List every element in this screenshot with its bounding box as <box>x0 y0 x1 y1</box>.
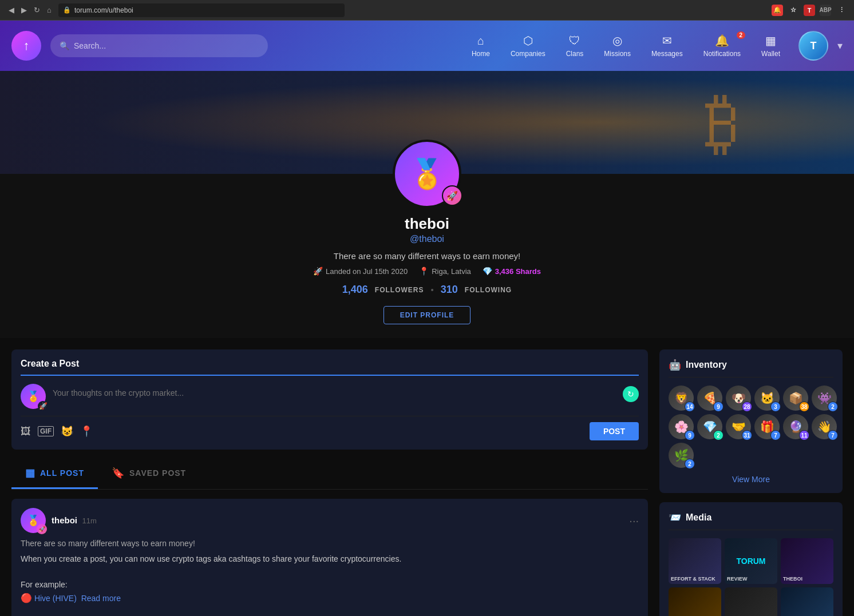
address-bar[interactable]: 🔒 torum.com/u/theboi <box>58 3 345 17</box>
browser-right-controls: 🔔 ☆ T ABP ⋮ <box>772 5 847 16</box>
inv-item-2[interactable]: 🐶28 <box>726 386 751 411</box>
saved-post-icon: 🔖 <box>112 467 125 479</box>
left-column: Create a Post 🏅 ↻ 🖼 GIF 😺 📍 POST <box>11 349 648 616</box>
inv-item-6[interactable]: 🌸9 <box>669 414 694 439</box>
nav-items: ⌂ Home ⬡ Companies 🛡 Clans ◎ Missions ✉ … <box>462 29 789 62</box>
inv-badge-6: 9 <box>685 430 695 440</box>
ext-icon-3[interactable]: ABP <box>820 5 831 16</box>
media-thumb-1[interactable]: TORUM REVIEW <box>725 538 777 584</box>
media-grid: EFFORT & STACK TORUM REVIEW theboi MOTIV… <box>669 538 833 616</box>
inv-item-12[interactable]: 🌿2 <box>669 443 694 468</box>
read-more-link[interactable]: Read more <box>81 594 121 603</box>
forward-button[interactable]: ▶ <box>19 6 29 15</box>
media-thumb-0[interactable]: EFFORT & STACK <box>669 538 721 584</box>
post-refresh-button[interactable]: ↻ <box>623 386 639 402</box>
hive-icon: 🔴 <box>21 593 32 603</box>
media-thumb-2[interactable]: theboi <box>781 538 833 584</box>
inv-item-5[interactable]: 👾2 <box>812 386 837 411</box>
inventory-icon: 🤖 <box>669 359 681 371</box>
post-body-text1: When you create a post, you can now use … <box>21 553 639 565</box>
post-tabs: ▦ ALL POST 🔖 SAVED POST <box>11 459 648 490</box>
avatar-initials: T <box>810 40 817 52</box>
post-tag[interactable]: Hive (HIVE) <box>34 594 77 603</box>
inv-item-4[interactable]: 📦38 <box>783 386 808 411</box>
post-body-tag-line: 🔴 Hive (HIVE) Read more <box>21 591 639 606</box>
followers-count[interactable]: 1,406 <box>342 284 368 296</box>
media-label-1: REVIEW <box>727 576 748 582</box>
inv-item-3[interactable]: 🐱3 <box>754 386 780 411</box>
inv-item-1[interactable]: 🍕9 <box>697 386 722 411</box>
post-author-name[interactable]: theboi <box>52 515 77 525</box>
media-thumb-3[interactable]: MOTIVATIONA <box>669 587 721 616</box>
view-more-button[interactable]: View More <box>669 475 833 484</box>
nav-label-home: Home <box>472 50 490 58</box>
gif-icon[interactable]: GIF <box>38 426 54 436</box>
stat-dot: • <box>431 285 434 295</box>
inv-item-0[interactable]: 🦁14 <box>669 386 694 411</box>
inventory-header: 🤖 Inventory <box>669 359 833 377</box>
nav-item-wallet[interactable]: ▦ Wallet <box>752 29 789 62</box>
following-label: FOLLOWING <box>465 286 512 294</box>
sticker-icon[interactable]: 😺 <box>61 425 73 438</box>
joined-meta: 🚀 Landed on Jul 15th 2020 <box>313 267 408 276</box>
profile-bio: There are so many different ways to earn… <box>334 251 521 261</box>
image-upload-icon[interactable]: 🖼 <box>21 426 31 438</box>
shard-icon: 💎 <box>483 267 492 276</box>
media-icon: 📨 <box>669 511 681 524</box>
home-button[interactable]: ⌂ <box>45 6 54 15</box>
browser-bar: ◀ ▶ ↻ ⌂ 🔒 torum.com/u/theboi 🔔 ☆ T ABP ⋮ <box>0 0 854 21</box>
profile-meta: 🚀 Landed on Jul 15th 2020 📍 Riga, Latvia… <box>313 267 541 276</box>
inv-item-9[interactable]: 🎁7 <box>754 414 780 439</box>
messages-icon: ✉ <box>662 34 672 47</box>
create-post-avatar: 🏅 <box>21 384 46 409</box>
post-body: When you create a post, you can now use … <box>21 553 639 616</box>
media-thumb-5[interactable]: CRYPTO WHERE DA <box>781 587 833 616</box>
profile-handle[interactable]: @theboi <box>410 234 444 244</box>
inv-badge-4: 38 <box>799 402 809 412</box>
bitcoin-decoration: ₿ <box>705 83 740 162</box>
reload-button[interactable]: ↻ <box>32 6 41 15</box>
post-input[interactable] <box>53 384 639 402</box>
shards-count: 3,436 Shards <box>495 267 541 276</box>
nav-label-messages: Messages <box>651 50 683 58</box>
search-icon: 🔍 <box>60 41 69 50</box>
shards-meta: 💎 3,436 Shards <box>483 267 541 276</box>
companies-icon: ⬡ <box>523 34 533 47</box>
nav-item-missions[interactable]: ◎ Missions <box>595 29 640 62</box>
post-menu-button[interactable]: ··· <box>629 514 639 527</box>
location-pin-icon[interactable]: 📍 <box>80 425 93 438</box>
inv-item-10[interactable]: 🔮11 <box>783 414 808 439</box>
nav-item-messages[interactable]: ✉ Messages <box>642 29 692 62</box>
profile-avatar: 🏅 🚀 <box>393 140 461 208</box>
back-button[interactable]: ◀ <box>7 6 16 15</box>
nav-item-companies[interactable]: ⬡ Companies <box>501 29 555 62</box>
post-ellipsis: ... <box>21 609 639 616</box>
tab-saved-post[interactable]: 🔖 SAVED POST <box>98 459 200 489</box>
user-avatar[interactable]: T <box>798 31 828 61</box>
chevron-down-icon[interactable]: ▾ <box>837 39 843 52</box>
search-bar[interactable]: 🔍 Search... <box>50 34 268 57</box>
ext-icon-1[interactable]: 🔔 <box>772 5 783 16</box>
inv-badge-5: 2 <box>828 402 838 412</box>
inv-item-8[interactable]: 🤝31 <box>726 414 751 439</box>
location-meta: 📍 Riga, Latvia <box>419 267 471 276</box>
url-text: torum.com/u/theboi <box>74 6 133 14</box>
nav-item-clans[interactable]: 🛡 Clans <box>557 30 593 62</box>
inv-badge-10: 11 <box>799 430 809 440</box>
star-icon[interactable]: ☆ <box>788 5 799 16</box>
edit-profile-button[interactable]: EDIT PROFILE <box>383 306 471 324</box>
wallet-icon: ▦ <box>765 34 776 47</box>
nav-item-notifications[interactable]: 🔔 2 Notifications <box>694 29 750 62</box>
inv-item-7[interactable]: 💎2 <box>697 414 722 439</box>
nav-item-home[interactable]: ⌂ Home <box>462 30 499 62</box>
tab-all-post[interactable]: ▦ ALL POST <box>11 459 98 489</box>
post-button[interactable]: POST <box>590 422 639 440</box>
logo-button[interactable]: ↑ <box>11 31 41 61</box>
following-count[interactable]: 310 <box>441 284 458 296</box>
media-thumb-4[interactable]: advice <box>725 587 777 616</box>
ext-icon-2[interactable]: T <box>804 5 815 16</box>
inventory-grid: 🦁14 🍕9 🐶28 🐱3 📦38 👾2 🌸9 <box>669 386 833 468</box>
inv-item-11[interactable]: 👋7 <box>812 414 837 439</box>
ext-icon-4[interactable]: ⋮ <box>836 5 847 16</box>
media-section: 📨 Media EFFORT & STACK TORUM REVIEW theb… <box>659 502 843 616</box>
